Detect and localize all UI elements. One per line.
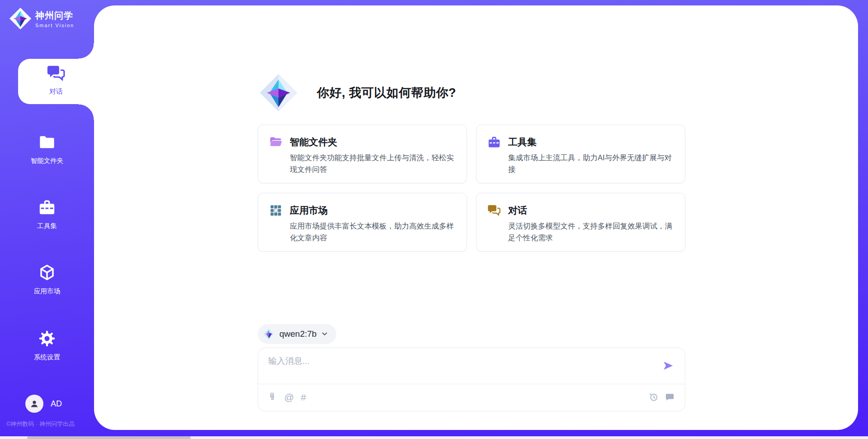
composer-right-tools [648, 392, 675, 402]
card-description: 集成市场上主流工具，助力AI与外界无缝扩展与对接 [508, 152, 674, 175]
model-name: qwen2:7b [279, 329, 316, 339]
card-toolbox[interactable]: 工具集 集成市场上主流工具，助力AI与外界无缝扩展与对接 [476, 124, 685, 183]
brand-text: 神州问学 Smart Vision [35, 10, 74, 28]
brand-subtitle: Smart Vision [35, 23, 74, 28]
main-panel: 你好, 我可以如何帮助你? 智能文件夹 智能文件夹功能支持批量文件上传与清洗，轻… [94, 5, 858, 430]
card-title: 工具集 [508, 135, 674, 149]
app-root: 神州问学 Smart Vision 对话 智能文件夹 工具集 [0, 0, 868, 439]
history-button[interactable] [648, 392, 659, 402]
card-title: 应用市场 [290, 204, 456, 217]
user-profile[interactable]: AD [25, 395, 62, 413]
history-icon [648, 392, 659, 402]
greeting: 你好, 我可以如何帮助你? [259, 73, 456, 112]
card-title: 对话 [508, 204, 674, 217]
composer-divider [258, 384, 685, 384]
scrollbar-thumb[interactable] [27, 436, 191, 439]
card-description: 应用市场提供丰富长文本模板，助力高效生成多样化文章内容 [290, 220, 456, 243]
sidebar-item-settings[interactable]: 系统设置 [0, 329, 94, 362]
brand-logo-icon [9, 7, 32, 30]
hash-icon[interactable]: # [301, 392, 306, 402]
card-body: 应用市场 应用市场提供丰富长文本模板，助力高效生成多样化文章内容 [290, 204, 456, 241]
chat-icon [47, 64, 66, 83]
card-smart-folder[interactable]: 智能文件夹 智能文件夹功能支持批量文件上传与清洗，轻松实现文件问答 [258, 124, 467, 183]
toolbox-icon [487, 135, 503, 172]
user-name: AD [51, 399, 62, 409]
send-button[interactable] [662, 360, 674, 373]
message-composer: @ # [258, 348, 685, 411]
copyright: ©神州数码 · 神州问学出品 [6, 420, 97, 428]
sidebar-item-label: 应用市场 [0, 287, 94, 296]
model-selector[interactable]: qwen2:7b [258, 324, 336, 344]
sidebar-item-label: 智能文件夹 [0, 157, 94, 165]
sidebar-item-label: 对话 [18, 87, 94, 96]
at-icon[interactable]: @ [284, 392, 294, 402]
attach-button[interactable] [267, 392, 278, 402]
card-description: 智能文件夹功能支持批量文件上传与清洗，轻松实现文件问答 [290, 152, 456, 175]
chat-icon [487, 204, 503, 241]
sidebar: 神州问学 Smart Vision 对话 智能文件夹 工具集 [0, 0, 94, 439]
greeting-title: 你好, 我可以如何帮助你? [317, 85, 456, 101]
card-body: 对话 灵活切换多模型文件，支持多样回复效果调试，满足个性化需求 [508, 204, 674, 241]
brand: 神州问学 Smart Vision [9, 7, 74, 30]
gear-icon [38, 329, 56, 348]
cube-icon [38, 263, 56, 282]
brand-name: 神州问学 [35, 10, 74, 22]
send-icon [662, 360, 674, 372]
model-logo-icon [263, 328, 275, 340]
apps-grid-icon [269, 204, 284, 241]
paperclip-icon [267, 392, 278, 402]
sidebar-item-toolbox[interactable]: 工具集 [0, 198, 94, 230]
card-description: 灵活切换多模型文件，支持多样回复效果调试，满足个性化需求 [508, 220, 674, 243]
card-title: 智能文件夹 [290, 135, 456, 149]
chat-square-icon [665, 392, 675, 402]
composer-left-tools: @ # [267, 392, 306, 402]
card-body: 智能文件夹 智能文件夹功能支持批量文件上传与清洗，轻松实现文件问答 [290, 135, 456, 172]
user-icon [29, 398, 40, 409]
folder-open-icon [269, 135, 284, 172]
card-body: 工具集 集成市场上主流工具，助力AI与外界无缝扩展与对接 [508, 135, 674, 172]
sidebar-item-chat[interactable]: 对话 [18, 59, 94, 104]
card-chat[interactable]: 对话 灵活切换多模型文件，支持多样回复效果调试，满足个性化需求 [476, 193, 685, 252]
horizontal-scrollbar[interactable] [0, 436, 868, 439]
feedback-button[interactable] [665, 392, 675, 402]
folder-icon [38, 133, 56, 151]
toolbox-icon [38, 198, 56, 216]
avatar [25, 395, 43, 413]
feature-cards: 智能文件夹 智能文件夹功能支持批量文件上传与清洗，轻松实现文件问答 工具集 集成… [258, 124, 685, 252]
message-input[interactable] [268, 355, 648, 379]
assistant-logo-icon [259, 73, 298, 112]
sidebar-item-app-market[interactable]: 应用市场 [0, 263, 94, 296]
card-app-market[interactable]: 应用市场 应用市场提供丰富长文本模板，助力高效生成多样化文章内容 [258, 193, 467, 252]
chevron-down-icon [321, 330, 328, 338]
sidebar-item-smart-folder[interactable]: 智能文件夹 [0, 133, 94, 165]
sidebar-item-label: 工具集 [0, 222, 94, 230]
sidebar-item-label: 系统设置 [0, 353, 94, 362]
